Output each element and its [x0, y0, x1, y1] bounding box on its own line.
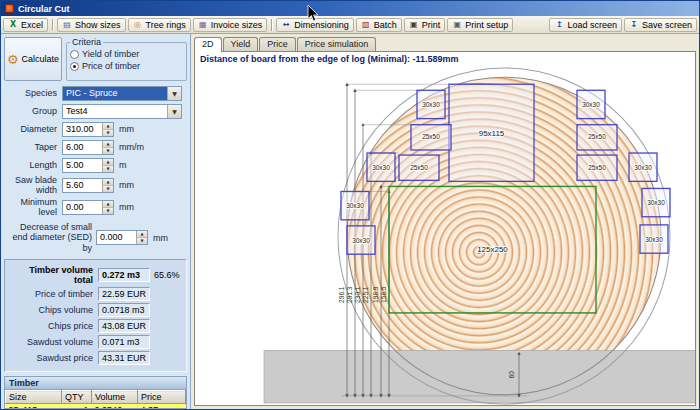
calculate-button[interactable]: ⚙ Calculate [4, 37, 62, 81]
sawdust-price-row: Sawdust price 43.31 EUR [9, 351, 182, 365]
spin-up-icon[interactable] [103, 201, 113, 208]
taper-field[interactable]: 6.00 [62, 140, 114, 155]
radio-price-of-timber[interactable]: Price of timber [70, 61, 183, 71]
batch-icon [361, 20, 371, 30]
radio-icon[interactable] [70, 50, 79, 59]
log-cross-section-diagram[interactable]: 296.1 291.3 230.1 225.1 198.9 158.5 60 9… [195, 66, 695, 405]
chevron-down-icon[interactable]: ▼ [167, 105, 181, 118]
dimension-label: 158.5 [381, 286, 388, 303]
tab-price[interactable]: Price [259, 37, 296, 51]
chips-volume-row: Chips volume 0.0718 m3 [9, 303, 182, 317]
col-price[interactable]: Price [138, 391, 186, 404]
timber-volume-percent: 65.6% [150, 270, 182, 280]
print-button[interactable]: Print [404, 18, 446, 32]
batch-button[interactable]: Batch [356, 18, 402, 32]
drawing-canvas[interactable]: Distance of board from the edge of log (… [194, 51, 696, 406]
chips-price-label: Chips price [9, 321, 98, 331]
table-row[interactable]: 95x115 1 0.0546 4.37 [6, 404, 186, 409]
tab-2d[interactable]: 2D [194, 37, 222, 52]
col-size[interactable]: Size [6, 391, 62, 404]
col-qty[interactable]: QTY [62, 391, 92, 404]
board-label: 95x115 [479, 129, 505, 138]
spin-up-icon[interactable] [103, 141, 113, 148]
excel-icon [8, 20, 18, 30]
invoice-sizes-icon [198, 20, 208, 30]
tab-yield[interactable]: Yield [223, 37, 259, 51]
radio-yield-label: Yield of timber [82, 49, 139, 59]
spin-up-icon[interactable] [137, 231, 147, 238]
spinner-arrows[interactable] [136, 231, 147, 244]
print-setup-button[interactable]: Print setup [447, 18, 513, 32]
cell-qty[interactable]: 1 [62, 404, 92, 409]
species-label: Species [4, 88, 62, 98]
spinner-arrows[interactable] [102, 141, 113, 154]
spinner-arrows[interactable] [102, 159, 113, 172]
cell-volume[interactable]: 0.0546 [92, 404, 138, 409]
tab-price-simulation[interactable]: Price simulation [297, 37, 377, 51]
spin-up-icon[interactable] [103, 159, 113, 166]
timber-table: Size QTY Volume Price 95x115 1 0.0546 4.… [4, 390, 187, 409]
load-screen-label: Load screen [567, 20, 617, 30]
save-screen-label: Save screen [642, 20, 692, 30]
distance-status: Distance of board from the edge of log (… [195, 52, 695, 66]
chevron-down-icon[interactable]: ▼ [167, 87, 181, 100]
dimension-label: 291.3 [347, 286, 354, 303]
group-select[interactable]: Test4 ▼ [62, 104, 182, 119]
saw-blade-width-label: Saw blade width [4, 175, 62, 195]
spin-down-icon[interactable] [137, 238, 147, 244]
show-sizes-button[interactable]: Show sizes [57, 18, 126, 32]
diameter-field[interactable]: 310.00 [62, 122, 114, 137]
toolbar-separator [271, 19, 272, 31]
board-label: 30x30 [645, 236, 663, 243]
spin-down-icon[interactable] [103, 186, 113, 192]
spin-up-icon[interactable] [103, 123, 113, 130]
load-screen-button[interactable]: Load screen [549, 18, 622, 32]
board-label: 125x250 [477, 245, 508, 254]
invoice-sizes-button[interactable]: Invoice sizes [193, 18, 268, 32]
board-label: 25x50 [410, 164, 428, 171]
print-setup-label: Print setup [465, 20, 508, 30]
chips-price-value: 43.08 EUR [98, 319, 150, 333]
saw-blade-width-row: Saw blade width 5.60 mm [4, 175, 187, 195]
excel-button[interactable]: Excel [3, 18, 48, 32]
cell-price[interactable]: 4.37 [138, 404, 186, 409]
saw-blade-width-field[interactable]: 5.60 [62, 178, 114, 193]
save-screen-button[interactable]: Save screen [624, 18, 697, 32]
radio-selected-icon[interactable] [70, 62, 79, 71]
board-label: 30x30 [372, 164, 390, 171]
left-panel: ⚙ Calculate Criteria Yield of timber Pri… [1, 34, 191, 409]
board-label: 25x50 [422, 133, 440, 140]
minimum-level-label: Minimum level [4, 197, 62, 217]
sed-decrease-row: Decrease of small end diameter (SED) by … [4, 222, 187, 253]
cell-size[interactable]: 95x115 [6, 404, 62, 409]
board-label: 30x30 [647, 199, 665, 206]
tree-rings-label: Tree rings [146, 20, 186, 30]
spin-down-icon[interactable] [103, 166, 113, 172]
price-of-timber-value: 22.59 EUR [98, 287, 150, 301]
length-field[interactable]: 5.00 [62, 158, 114, 173]
spinner-arrows[interactable] [102, 201, 113, 214]
minimum-level-field[interactable]: 0.00 [62, 200, 114, 215]
diameter-unit: mm [119, 124, 134, 134]
spin-up-icon[interactable] [103, 179, 113, 186]
spinner-arrows[interactable] [102, 179, 113, 192]
chips-volume-label: Chips volume [9, 305, 98, 315]
species-select[interactable]: PIC - Spruce ▼ [62, 86, 182, 101]
spin-down-icon[interactable] [103, 208, 113, 214]
spin-down-icon[interactable] [103, 148, 113, 154]
titlebar[interactable]: Circular Cut [1, 1, 699, 16]
spinner-arrows[interactable] [102, 123, 113, 136]
sed-decrease-field[interactable]: 0.000 [96, 230, 148, 245]
group-row: Group Test4 ▼ [4, 103, 187, 119]
sawdust-volume-label: Sawdust volume [9, 337, 98, 347]
radio-yield-of-timber[interactable]: Yield of timber [70, 49, 183, 59]
sed-decrease-label: Decrease of small end diameter (SED) by [4, 222, 96, 253]
print-setup-icon [452, 20, 462, 30]
col-volume[interactable]: Volume [92, 391, 138, 404]
sawdust-price-label: Sawdust price [9, 353, 98, 363]
tree-rings-button[interactable]: Tree rings [128, 18, 191, 32]
spin-down-icon[interactable] [103, 130, 113, 136]
dimensioning-button[interactable]: Dimensioning [276, 18, 354, 32]
chips-price-row: Chips price 43.08 EUR [9, 319, 182, 333]
load-screen-icon [554, 20, 564, 30]
